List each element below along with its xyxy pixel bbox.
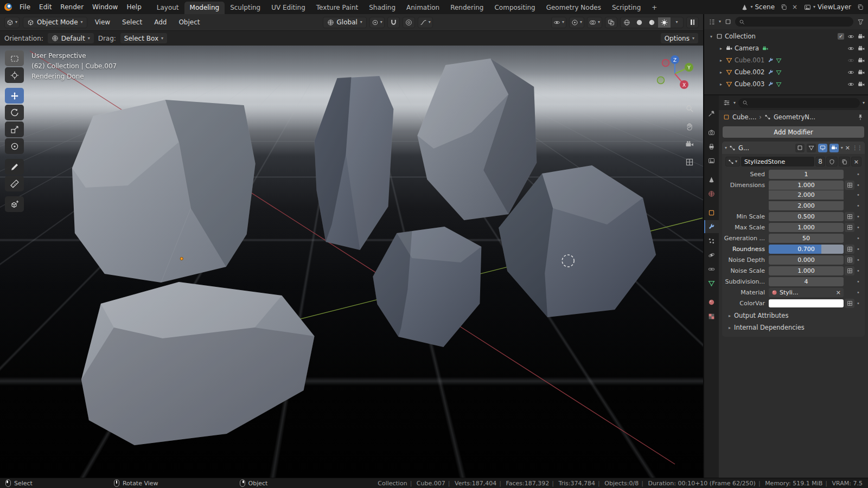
hide-eye-icon[interactable]	[847, 69, 854, 76]
collection-name[interactable]: Collection	[725, 33, 756, 40]
props-tab-view-layer[interactable]	[704, 154, 719, 167]
material-selector[interactable]: Styli... ×	[769, 288, 844, 297]
node-group-name-field[interactable]: StylizedStone	[741, 157, 814, 166]
menu-add[interactable]: Add	[150, 18, 171, 26]
stone-mesh-1[interactable]	[72, 100, 256, 282]
snap-target-dropdown[interactable]: ▾	[369, 17, 385, 28]
seed-field[interactable]: 1	[769, 170, 844, 179]
browse-node-group-button[interactable]: ▾	[725, 157, 740, 166]
viewport-canvas[interactable]	[0, 46, 703, 478]
tool-scale[interactable]	[5, 121, 24, 137]
menu-window[interactable]: Window	[88, 3, 122, 11]
gizmos-dropdown[interactable]: ▾	[569, 17, 584, 28]
properties-search-input[interactable]	[738, 98, 860, 108]
props-tab-scene[interactable]	[704, 173, 719, 186]
object-name[interactable]: Cube.001	[735, 56, 764, 64]
workspace-tab-layout[interactable]: Layout	[151, 2, 184, 14]
menu-select[interactable]: Select	[118, 18, 146, 26]
tool-annotate[interactable]	[5, 159, 24, 175]
options-dropdown[interactable]: Options ▾	[660, 33, 699, 44]
decorator-dot[interactable]: •	[854, 246, 862, 252]
workspace-tab-uv-editing[interactable]: UV Editing	[266, 2, 311, 14]
object-name[interactable]: Camera	[735, 44, 759, 52]
workspace-tab-shading[interactable]: Shading	[363, 2, 401, 14]
add-modifier-button[interactable]: Add Modifier	[723, 126, 864, 138]
input-attribute-toggle[interactable]	[845, 223, 854, 232]
outliner-filter-icon[interactable]	[856, 17, 865, 26]
scene-copy-button[interactable]	[780, 3, 788, 11]
outliner-row-cube003[interactable]: ▸ Cube.003	[704, 78, 868, 90]
breadcrumb-object[interactable]: Cube....	[732, 113, 756, 121]
outliner-row-collection[interactable]: ▾ Collection ✓	[704, 30, 868, 42]
editor-type-button[interactable]: ▾	[4, 17, 20, 28]
render-visibility-icon[interactable]	[858, 81, 865, 88]
roundness-slider[interactable]: 0.700	[769, 245, 844, 254]
remove-modifier-button[interactable]: ×	[845, 145, 850, 151]
gizmo-neg-x-axis[interactable]	[662, 60, 669, 67]
outliner-search-input[interactable]	[735, 17, 853, 27]
outliner-display-mode-button[interactable]	[724, 17, 732, 26]
decorator-dot[interactable]: •	[854, 235, 862, 241]
viewlayer-copy-button[interactable]	[856, 3, 865, 11]
expand-icon[interactable]: ▸	[718, 82, 724, 87]
props-tab-render[interactable]	[704, 126, 719, 139]
stone-mesh-2[interactable]	[315, 76, 394, 250]
render-visibility-icon[interactable]	[858, 57, 865, 64]
collection-checkbox[interactable]: ✓	[838, 33, 844, 40]
properties-editor-type-button[interactable]	[722, 99, 731, 107]
noise-depth-field[interactable]: 0.000	[769, 255, 844, 265]
input-attribute-toggle[interactable]	[845, 212, 854, 221]
menu-help[interactable]: Help	[122, 3, 145, 11]
props-tab-texture[interactable]	[704, 310, 719, 323]
pause-render-button[interactable]	[686, 17, 699, 28]
proportional-falloff-dropdown[interactable]: ▾	[418, 17, 433, 28]
snap-toggle-button[interactable]	[387, 17, 400, 28]
shading-material-button[interactable]	[646, 17, 658, 28]
menu-render[interactable]: Render	[56, 3, 88, 11]
workspace-tab-texture-paint[interactable]: Texture Paint	[311, 2, 363, 14]
workspace-tab-sculpting[interactable]: Sculpting	[225, 2, 266, 14]
dimensions-x-field[interactable]: 1.000	[769, 181, 844, 190]
props-tab-output[interactable]	[704, 140, 719, 153]
blender-logo-icon[interactable]	[4, 3, 12, 11]
dimensions-z-field[interactable]: 2.000	[769, 201, 844, 210]
decorator-dot[interactable]: •	[854, 268, 862, 274]
decorator-dot[interactable]: •	[854, 224, 862, 230]
scene-selector[interactable]: ▾ Scene	[738, 2, 777, 12]
orientation-dropdown[interactable]: Default ▾	[47, 33, 94, 44]
modifier-header[interactable]: ▾ G... ▾ × ⋮⋮	[722, 142, 865, 154]
props-tab-constraints[interactable]	[704, 262, 719, 275]
decorator-dot[interactable]: •	[854, 279, 862, 285]
viewlayer-name[interactable]: ViewLayer	[818, 3, 851, 11]
workspace-tab-modeling[interactable]: Modeling	[184, 2, 225, 14]
stone-mesh-4[interactable]	[373, 227, 481, 347]
props-tab-object[interactable]	[704, 206, 719, 219]
menu-file[interactable]: File	[15, 3, 35, 11]
transform-orientation-dropdown[interactable]: Global ▾	[323, 17, 367, 28]
hide-eye-icon[interactable]	[847, 81, 854, 88]
props-tab-data[interactable]	[704, 277, 719, 290]
input-attribute-toggle[interactable]	[845, 299, 854, 308]
object-name[interactable]: Cube.003	[735, 80, 764, 88]
noise-scale-field[interactable]: 1.000	[769, 266, 844, 275]
display-render-toggle[interactable]	[829, 144, 839, 152]
outliner-row-cube002[interactable]: ▸ Cube.002	[704, 66, 868, 78]
outliner-row-camera[interactable]: ▸ Camera	[704, 42, 868, 54]
workspace-tab-animation[interactable]: Animation	[401, 2, 445, 14]
shading-rendered-button[interactable]	[658, 17, 671, 28]
collapse-icon[interactable]: ▾	[725, 146, 727, 150]
display-edit-mode-toggle[interactable]	[807, 144, 816, 152]
workspace-tab-scripting[interactable]: Scripting	[607, 2, 646, 14]
workspace-tab-rendering[interactable]: Rendering	[445, 2, 489, 14]
props-tab-modifiers[interactable]	[704, 220, 719, 233]
drag-handle[interactable]: ⋮⋮	[852, 145, 862, 151]
3d-viewport[interactable]: User Perspective (62) Collection | Cube.…	[0, 46, 703, 478]
decorator-dot[interactable]: •	[854, 192, 862, 198]
decorator-dot[interactable]: •	[854, 214, 862, 220]
shading-options-dropdown[interactable]: ▾	[671, 17, 683, 28]
workspace-tab-compositing[interactable]: Compositing	[489, 2, 540, 14]
max-scale-field[interactable]: 1.000	[769, 223, 844, 232]
new-copy-button[interactable]	[839, 157, 850, 166]
decorator-dot[interactable]: •	[854, 300, 862, 306]
proportional-editing-button[interactable]	[403, 17, 415, 28]
